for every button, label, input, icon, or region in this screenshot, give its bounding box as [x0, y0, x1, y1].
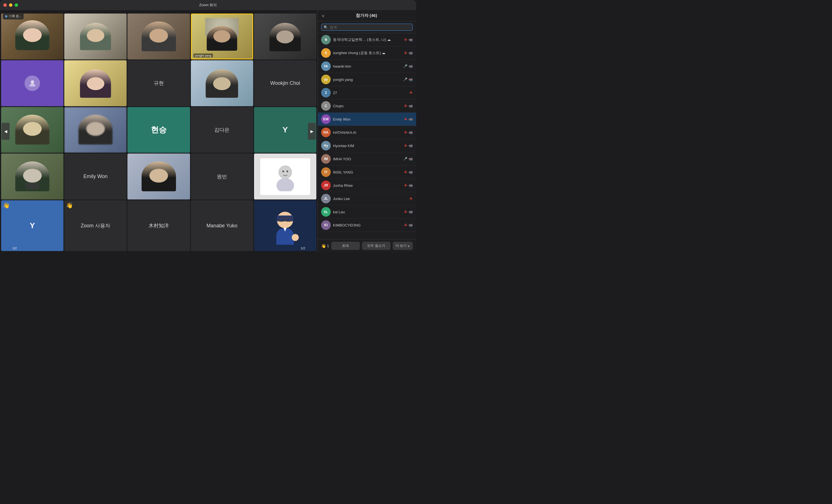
- search-input[interactable]: [330, 25, 410, 29]
- avatar-p8: HA: [321, 128, 331, 137]
- video-cell-2[interactable]: [64, 13, 127, 59]
- participant-item-p4[interactable]: yy yonghi yang 🎤 📹: [318, 73, 416, 86]
- minimize-button[interactable]: [9, 3, 12, 7]
- video-cell-8[interactable]: 규현: [127, 60, 190, 106]
- video-cell-7[interactable]: [64, 60, 127, 106]
- more-chevron-icon: ∨: [408, 244, 410, 248]
- video-cell-22[interactable]: 👋 Zoom 사용자: [64, 200, 127, 251]
- video-icon-p12: 📹: [409, 184, 413, 187]
- mic-icon-p3: 🎤: [403, 64, 408, 68]
- pname-p9: Hyontae KIM: [333, 144, 402, 148]
- nav-next-button[interactable]: ▶: [308, 123, 316, 140]
- participant-item-p9[interactable]: Hy Hyontae KIM 🎙 📹: [318, 139, 416, 152]
- video-grid: yonghi yang: [1, 13, 316, 251]
- mic-icon-p2: 🎙: [404, 51, 408, 55]
- pname-p1: 동국대학교일본학… (호스트, 나) ☁: [333, 37, 402, 42]
- sidebar-title: 참가자 (46): [356, 13, 377, 18]
- video-cell-1[interactable]: [1, 13, 63, 59]
- video-cell-3[interactable]: [127, 13, 190, 59]
- video-cell-12[interactable]: [64, 107, 127, 153]
- p-icons-p8: 🎙 📹: [404, 131, 413, 134]
- video-icon-p15: 📹: [409, 223, 413, 227]
- video-icon-p6: 📹: [409, 104, 413, 108]
- more-button[interactable]: 더 보기 ∨: [393, 242, 413, 250]
- p-icons-p9: 🎙 📹: [404, 144, 413, 148]
- participant-item-p8[interactable]: HA HATANAKA AI 🎙 📹: [318, 126, 416, 139]
- invite-button[interactable]: 초대: [331, 242, 360, 250]
- nav-prev-button[interactable]: ◀: [2, 123, 9, 140]
- right-arrow-icon: ▶: [310, 129, 313, 134]
- p-icons-p11: 🎙 📹: [404, 170, 413, 174]
- close-button[interactable]: [3, 3, 7, 7]
- video-icon-p4: 📹: [409, 78, 413, 81]
- video-cell-24[interactable]: Manabe Yuko: [191, 200, 253, 251]
- video-cell-21[interactable]: Y 👋: [1, 200, 63, 251]
- participant-item-p14[interactable]: kL kai Lau 🎙 📹: [318, 205, 416, 219]
- video-cell-25[interactable]: [254, 200, 316, 251]
- video-icon-p3: 📹: [409, 64, 413, 68]
- video-cell-emily-won[interactable]: Emily Won: [64, 153, 127, 199]
- participant-item-emily-won[interactable]: EW Emily Won 🎙 📹: [318, 113, 416, 126]
- emoji-badge-21: 👋: [3, 202, 10, 209]
- search-bar[interactable]: 🔍: [318, 21, 416, 33]
- participant-item-p6[interactable]: C Chojm 🎙 📹: [318, 100, 416, 113]
- participant-item-p2[interactable]: S sunghee chung (공동 호스트) ☁ 🎙 📹: [318, 47, 416, 60]
- cell-label-23: 木村知洋: [149, 222, 169, 229]
- video-icon-p11: 📹: [409, 170, 413, 174]
- video-cell-11[interactable]: [1, 107, 63, 153]
- video-cell-14[interactable]: 김다은: [191, 107, 253, 153]
- video-cell-18[interactable]: [127, 153, 190, 199]
- avatar-p12: JR: [321, 180, 331, 190]
- video-cell-13[interactable]: 현승: [127, 107, 190, 153]
- pname-p14: kai Lau: [333, 210, 402, 214]
- participant-item-p3[interactable]: hk hwanki kim 🎤 📹: [318, 60, 416, 73]
- video-cell-23[interactable]: 木村知洋: [127, 200, 190, 251]
- video-cell-16[interactable]: [1, 153, 63, 199]
- p-icons-p6: 🎙 📹: [404, 104, 413, 108]
- participant-item-p1[interactable]: 동 동국대학교일본학… (호스트, 나) ☁ 🎙 📹: [318, 33, 416, 47]
- colored-tile-21: Y: [1, 200, 63, 251]
- sidebar-header: ∨ 참가자 (46): [318, 10, 416, 21]
- page-indicator-right: 1/2: [301, 247, 305, 250]
- pname-p5: 27: [333, 91, 407, 95]
- pname-p6: Chojm: [333, 104, 402, 108]
- video-cell-15[interactable]: Y: [254, 107, 316, 153]
- maximize-button[interactable]: [15, 3, 18, 7]
- cell-label-emily-won: Emily Won: [83, 173, 108, 179]
- video-area: 기록 중... ◀ ▶: [0, 10, 317, 252]
- svg-point-10: [292, 234, 299, 241]
- video-cell-10[interactable]: Wookjin Choi: [254, 60, 316, 106]
- video-cell-19[interactable]: 원빈: [191, 153, 253, 199]
- video-cell-5[interactable]: [254, 13, 316, 59]
- avatar-p9: Hy: [321, 141, 331, 150]
- video-cell-20[interactable]: [254, 153, 316, 199]
- video-icon-p9: 📹: [409, 144, 413, 148]
- main-layout: 기록 중... ◀ ▶: [0, 10, 416, 252]
- more-label: 더 보기: [395, 244, 407, 248]
- participant-item-p12[interactable]: JR Junha Rhee 🎙 📹: [318, 179, 416, 192]
- sidebar-chevron-icon[interactable]: ∨: [322, 13, 324, 18]
- video-cell-9[interactable]: [191, 60, 253, 106]
- avatar-p10: IM: [321, 154, 331, 164]
- video-icon-p14: 📹: [409, 210, 413, 214]
- recording-label: 기록 중...: [9, 14, 21, 18]
- video-cell-6[interactable]: [1, 60, 63, 106]
- p-icons-p13: 🎙: [409, 197, 413, 201]
- mic-icon-p13: 🎙: [409, 197, 413, 201]
- mute-all-button[interactable]: 모두 음소거: [362, 242, 390, 250]
- participant-item-p5[interactable]: 2 27 🎙: [318, 86, 416, 100]
- p-icons-p2: 🎙 📹: [404, 51, 413, 55]
- participant-item-p13[interactable]: JL Junku Lee 🎙: [318, 192, 416, 205]
- video-cell-4-active[interactable]: yonghi yang: [191, 13, 253, 59]
- colored-tile-13: 현승: [127, 107, 190, 153]
- avatar-p4: yy: [321, 75, 331, 84]
- svg-point-2: [276, 178, 294, 191]
- window-controls: [3, 3, 18, 7]
- participant-item-p11[interactable]: IY INSIL YANG 🎙 📹: [318, 166, 416, 179]
- p-icons-p14: 🎙 📹: [404, 210, 413, 214]
- reaction-count: 1: [327, 244, 329, 248]
- participant-item-p15[interactable]: KI KIMBOCYEONG 🎙 📹: [318, 219, 416, 232]
- pname-p2: sunghee chung (공동 호스트) ☁: [333, 50, 402, 56]
- participant-item-p10[interactable]: IM IMHA YOO 🎤 📹: [318, 152, 416, 166]
- cell-label-13: 현승: [151, 124, 166, 135]
